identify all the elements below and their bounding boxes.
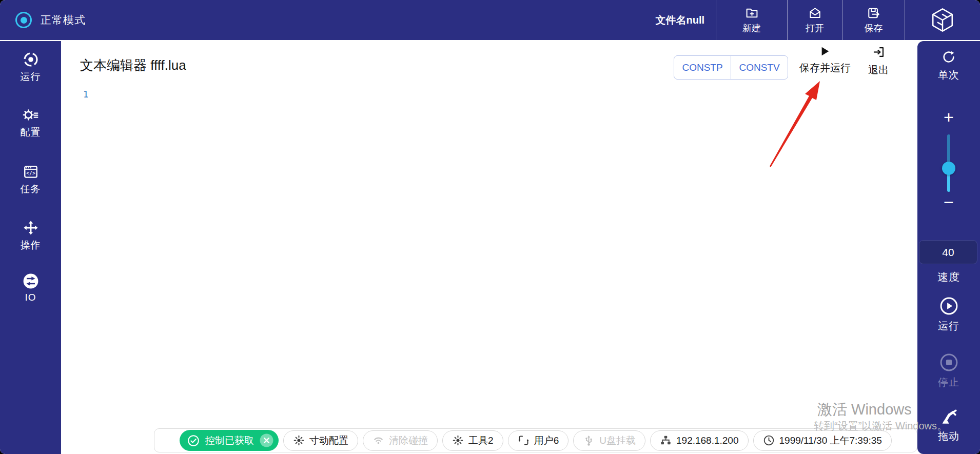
single-cycle-label: 单次: [938, 68, 959, 82]
right-sidebar: 单次 + − 40 速度 运行 停止: [917, 41, 980, 454]
clear-collision-label: 清除碰撞: [389, 434, 428, 447]
status-bar: 控制已获取 寸动配置 清除碰撞: [154, 428, 917, 452]
stop-button[interactable]: 停止: [917, 353, 980, 389]
new-file-label: 新建: [742, 22, 761, 34]
user-frame-rotate-icon: [518, 435, 530, 446]
run-label: 运行: [938, 319, 959, 333]
usb-mount-label: U盘挂载: [599, 434, 636, 447]
code-window-icon: </>: [23, 164, 39, 180]
app-window: 正常模式 文件名null 新建 打开 保存: [0, 0, 980, 454]
single-cycle-icon: [941, 49, 956, 65]
open-file-button[interactable]: 打开: [787, 0, 842, 40]
control-acquired-label: 控制已获取: [205, 434, 254, 447]
cube-logo-icon: [929, 7, 956, 33]
sidebar-item-label: 操作: [21, 239, 41, 252]
datetime-label: 1999/11/30 上午7:39:35: [779, 434, 882, 447]
move-arrows-icon: [23, 220, 39, 236]
constp-button[interactable]: CONSTP: [674, 56, 731, 79]
folder-plus-icon: [745, 6, 759, 20]
left-sidebar: 运行 配置 </> 任务: [0, 41, 61, 454]
ip-address-button[interactable]: 192.168.1.200: [650, 430, 749, 451]
save-file-button[interactable]: 保存: [842, 0, 905, 40]
user-frame-button[interactable]: 用户6: [508, 430, 569, 451]
jog-config-icon: [293, 435, 305, 446]
jog-config-button[interactable]: 寸动配置: [283, 430, 358, 451]
sidebar-item-label: 运行: [21, 70, 41, 84]
tool-frame-icon: [452, 435, 464, 446]
mode-radio-icon: [15, 12, 32, 28]
exit-icon: [872, 45, 886, 59]
page-title: 文本编辑器 ffff.lua: [80, 56, 186, 74]
sidebar-item-label: IO: [25, 292, 36, 303]
robot-arm-icon: [939, 407, 958, 426]
speed-increase-button[interactable]: +: [917, 108, 980, 126]
jog-config-label: 寸动配置: [309, 434, 348, 447]
sidebar-item-io[interactable]: IO: [0, 273, 61, 303]
top-bar: 正常模式 文件名null 新建 打开 保存: [0, 0, 980, 40]
windows-activation-watermark-title: 激活 Windows: [817, 400, 912, 420]
speed-value-display: 40: [919, 240, 977, 264]
brand-logo: [905, 0, 980, 40]
editor-line-number: 1: [83, 89, 88, 100]
usb-mount-button[interactable]: U盘挂载: [573, 430, 645, 451]
tool-frame-button[interactable]: 工具2: [442, 430, 503, 451]
single-cycle-button[interactable]: 单次: [917, 49, 980, 82]
stop-circle-icon: [939, 353, 958, 372]
ip-address-label: 192.168.1.200: [676, 435, 739, 446]
usb-icon: [583, 435, 595, 446]
mode-label: 正常模式: [41, 13, 86, 27]
save-file-label: 保存: [865, 22, 883, 34]
run-button[interactable]: 运行: [917, 297, 980, 333]
user-frame-label: 用户6: [534, 434, 559, 447]
datetime-button[interactable]: 1999/11/30 上午7:39:35: [753, 430, 892, 451]
const-button-group: CONSTP CONSTV: [674, 55, 788, 80]
save-and-run-label: 保存并运行: [799, 61, 851, 75]
constv-button[interactable]: CONSTV: [731, 56, 788, 79]
slider-thumb[interactable]: [942, 162, 955, 175]
drag-mode-button[interactable]: 拖动: [917, 407, 980, 443]
clock-icon: [763, 435, 775, 446]
gear-settings-icon: [23, 107, 39, 123]
svg-text:</>: </>: [26, 170, 35, 176]
sidebar-item-operate[interactable]: 操作: [0, 220, 61, 252]
exit-button[interactable]: 退出: [862, 45, 895, 77]
drag-mode-label: 拖动: [938, 429, 959, 443]
open-file-icon: [808, 6, 822, 20]
io-exchange-icon: [23, 273, 39, 289]
speed-decrease-button[interactable]: −: [917, 193, 980, 211]
tool-frame-label: 工具2: [468, 434, 494, 447]
speed-slider: [917, 134, 980, 192]
save-and-run-button[interactable]: 保存并运行: [795, 46, 855, 75]
sidebar-item-run[interactable]: 运行: [0, 51, 61, 84]
save-icon: [867, 6, 880, 20]
filename-label: 文件名null: [655, 13, 704, 27]
sidebar-item-label: 任务: [21, 183, 41, 196]
run-target-icon: [23, 51, 39, 68]
clear-collision-button[interactable]: 清除碰撞: [363, 430, 438, 451]
exit-label: 退出: [868, 63, 889, 77]
sidebar-item-label: 配置: [21, 126, 41, 139]
check-circle-icon: [187, 435, 200, 447]
mode-indicator[interactable]: 正常模式: [0, 12, 86, 28]
speed-label: 速度: [917, 270, 980, 284]
open-file-label: 打开: [806, 22, 824, 34]
stop-label: 停止: [938, 376, 959, 389]
collision-signal-icon: [373, 435, 384, 446]
network-icon: [660, 435, 672, 446]
control-acquired-badge[interactable]: 控制已获取: [180, 430, 279, 451]
sidebar-item-task[interactable]: </> 任务: [0, 164, 61, 196]
new-file-button[interactable]: 新建: [716, 0, 787, 40]
release-control-close-icon[interactable]: [260, 433, 273, 447]
play-circle-icon: [939, 297, 958, 315]
play-icon: [820, 46, 830, 56]
sidebar-item-config[interactable]: 配置: [0, 107, 61, 139]
